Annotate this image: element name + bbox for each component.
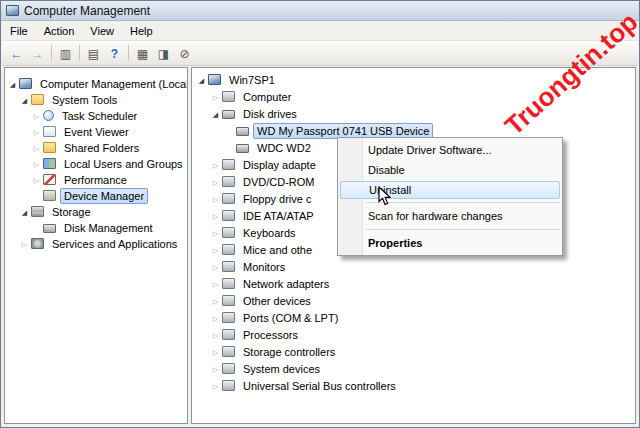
menu-item-scan-for-hardware-changes[interactable]: Scan for hardware changes: [338, 206, 562, 226]
tree-item-disk-management[interactable]: Disk Management: [5, 220, 187, 236]
menu-item-update-driver-software[interactable]: Update Driver Software...: [338, 140, 562, 160]
update-driver-icon[interactable]: ◨: [153, 43, 174, 64]
tree-item-services-applications[interactable]: Services and Applications: [5, 236, 187, 252]
expand-icon[interactable]: [210, 242, 221, 259]
disk-drives-icon: [222, 110, 235, 119]
export-list-icon[interactable]: ▤: [83, 43, 104, 64]
system-tools-icon: [31, 94, 44, 105]
collapse-icon[interactable]: [210, 106, 221, 123]
device-manager-icon: [43, 190, 56, 201]
expand-icon[interactable]: [210, 157, 221, 174]
toolbar-separator: [79, 45, 80, 61]
tree-item-ports[interactable]: Ports (COM & LPT): [192, 310, 635, 327]
expand-icon[interactable]: [210, 327, 221, 344]
tree-item-network-adapters[interactable]: Network adapters: [192, 276, 635, 293]
floppy-icon: [222, 193, 235, 204]
tree-item-system-tools[interactable]: System Tools: [5, 92, 187, 108]
expand-icon[interactable]: [210, 310, 221, 327]
collapse-icon[interactable]: [19, 205, 30, 221]
console-tree-pane: Computer Management (Local System Tools …: [4, 67, 188, 424]
tree-item-usb-controllers[interactable]: Universal Serial Bus controllers: [192, 378, 635, 395]
system-devices-icon: [222, 363, 235, 374]
toolbar-separator: [51, 45, 52, 61]
other-devices-icon: [222, 295, 235, 306]
menu-action[interactable]: Action: [36, 23, 83, 39]
storage-icon: [31, 206, 44, 217]
ide-controller-icon: [222, 210, 235, 221]
mouse-icon: [222, 244, 235, 255]
menu-separator: [366, 202, 560, 203]
menu-item-properties[interactable]: Properties: [338, 233, 562, 253]
window-title: Computer Management: [24, 4, 150, 18]
expand-icon[interactable]: [210, 225, 221, 242]
expand-icon[interactable]: [31, 109, 42, 125]
expand-icon[interactable]: [210, 259, 221, 276]
forward-icon[interactable]: →: [27, 43, 48, 64]
back-icon[interactable]: ←: [6, 43, 27, 64]
task-scheduler-icon: [43, 110, 54, 121]
tree-item-local-users-groups[interactable]: Local Users and Groups: [5, 156, 187, 172]
expand-icon[interactable]: [31, 125, 42, 141]
menu-view[interactable]: View: [82, 23, 122, 39]
expand-icon[interactable]: [31, 157, 42, 173]
help-icon[interactable]: ?: [104, 43, 125, 64]
expand-icon[interactable]: [210, 89, 221, 106]
tree-item-other-devices[interactable]: Other devices: [192, 293, 635, 310]
performance-icon: [43, 174, 56, 185]
computer-category-icon: [222, 91, 235, 102]
tree-item-event-viewer[interactable]: Event Viewer: [5, 124, 187, 140]
expand-icon[interactable]: [31, 173, 42, 189]
tree-item-shared-folders[interactable]: Shared Folders: [5, 140, 187, 156]
disable-device-icon[interactable]: ⊘: [174, 43, 195, 64]
menu-separator: [366, 229, 560, 230]
expand-icon[interactable]: [210, 378, 221, 395]
title-bar[interactable]: Computer Management: [1, 1, 639, 21]
expand-icon[interactable]: [31, 141, 42, 157]
expand-icon[interactable]: [19, 237, 30, 253]
processor-icon: [222, 329, 235, 340]
collapse-icon[interactable]: [7, 77, 18, 93]
collapse-icon[interactable]: [19, 93, 30, 109]
tree-item-processors[interactable]: Processors: [192, 327, 635, 344]
expand-icon[interactable]: [210, 361, 221, 378]
device-context-menu: Update Driver Software... Disable Uninst…: [337, 137, 563, 256]
show-console-tree-icon[interactable]: ▥: [55, 43, 76, 64]
menu-file[interactable]: File: [2, 23, 36, 39]
expand-icon[interactable]: [210, 191, 221, 208]
tree-item-task-scheduler[interactable]: Task Scheduler: [5, 108, 187, 124]
tree-item-device-manager[interactable]: Device Manager: [5, 188, 187, 204]
expand-icon[interactable]: [210, 208, 221, 225]
expand-icon[interactable]: [210, 276, 221, 293]
tree-item-system-devices[interactable]: System devices: [192, 361, 635, 378]
services-applications-icon: [31, 238, 44, 249]
menu-item-disable[interactable]: Disable: [338, 160, 562, 180]
expand-icon[interactable]: [210, 293, 221, 310]
ports-icon: [222, 312, 235, 323]
keyboard-icon: [222, 227, 235, 238]
tree-item-performance[interactable]: Performance: [5, 172, 187, 188]
menu-item-uninstall[interactable]: Uninstall: [340, 181, 560, 199]
scan-hardware-icon[interactable]: ▦: [132, 43, 153, 64]
disk-icon: [236, 144, 249, 153]
mouse-cursor: [378, 186, 391, 206]
tree-item-computer-management[interactable]: Computer Management (Local: [5, 76, 187, 92]
menu-help[interactable]: Help: [122, 23, 161, 39]
computer-icon: [19, 78, 32, 89]
collapse-icon[interactable]: [196, 72, 207, 89]
tree-item-storage-controllers[interactable]: Storage controllers: [192, 344, 635, 361]
expand-icon[interactable]: [210, 174, 221, 191]
shared-folders-icon: [43, 142, 56, 153]
expand-icon[interactable]: [210, 344, 221, 361]
toolbar: ← → ▥ ▤ ? ▦ ◨ ⊘: [2, 40, 638, 66]
network-adapter-icon: [222, 278, 235, 289]
storage-controller-icon: [222, 346, 235, 357]
display-adapter-icon: [222, 159, 235, 170]
tree-item-monitors[interactable]: Monitors: [192, 259, 635, 276]
computer-management-window: Computer Management File Action View Hel…: [0, 0, 640, 428]
dvd-drive-icon: [222, 176, 235, 187]
toolbar-separator: [128, 45, 129, 61]
tree-item-storage[interactable]: Storage: [5, 204, 187, 220]
users-groups-icon: [43, 158, 56, 169]
tree-item-disk-drives[interactable]: Disk drives: [192, 106, 635, 123]
computer-management-icon: [6, 5, 19, 16]
